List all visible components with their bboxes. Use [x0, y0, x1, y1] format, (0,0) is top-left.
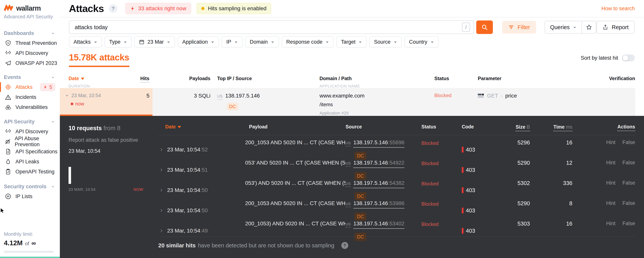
sidebar-item-api-discovery[interactable]: API Discovery: [0, 48, 60, 58]
request-row[interactable]: 23 Mar, 10:54:51 053' AND 5020 IN ... CT…: [158, 156, 635, 176]
hint-action[interactable]: Hint: [606, 220, 616, 226]
country-code[interactable]: US: [346, 182, 350, 187]
chip-ip[interactable]: IP: [222, 36, 242, 48]
section-security-controls[interactable]: Security controls: [0, 182, 60, 192]
chip-application[interactable]: Application: [178, 36, 219, 48]
attacks-right-now-badge[interactable]: 33 attacks right now: [125, 3, 191, 14]
attacks-count-tab[interactable]: 15.78K attacks: [69, 52, 129, 67]
attack-parameter[interactable]: price: [505, 93, 517, 99]
sidebar-item-incidents[interactable]: Incidents: [0, 92, 60, 102]
request-row[interactable]: 23 Mar, 10:54:50 200_1053 AND 5020 IN ..…: [158, 196, 635, 216]
sidebar-item-vulnerabilities[interactable]: Vulnerabilities: [0, 102, 60, 112]
report-false-positive-link[interactable]: Report attack as false positive: [68, 137, 158, 143]
false-action[interactable]: False: [622, 180, 635, 186]
report-button[interactable]: Report: [596, 21, 635, 34]
chevron-right-icon[interactable]: [160, 168, 163, 172]
country-code[interactable]: US: [346, 141, 350, 146]
request-ip[interactable]: 138.197.5.146:54922: [353, 160, 404, 168]
section-dashboards[interactable]: Dashboards: [0, 28, 60, 38]
country-code[interactable]: US: [346, 202, 350, 207]
queries-dropdown[interactable]: Queries: [545, 21, 582, 33]
attack-domain[interactable]: www.example.com: [320, 93, 428, 99]
country-code[interactable]: US: [217, 94, 222, 100]
sampling-enabled-badge: Hits sampling is enabled: [196, 3, 272, 14]
col-hits[interactable]: Hits: [140, 76, 150, 83]
sidebar-item-api-specifications[interactable]: API Specifications: [0, 146, 60, 156]
chevron-right-icon[interactable]: [160, 148, 163, 152]
request-row[interactable]: 23 Mar, 10:54:49 200_1053) AND 5020 IN .…: [158, 216, 635, 236]
hint-action[interactable]: Hint: [606, 160, 616, 166]
code-severity-bar: [462, 147, 464, 152]
request-ip[interactable]: 138.197.5.146:53986: [353, 200, 404, 208]
section-label: Security controls: [4, 184, 46, 190]
request-row[interactable]: 23 Mar, 10:54:50 053') AND 5020 IN ... C…: [158, 176, 635, 196]
sidebar-item-openapi-testing[interactable]: OpenAPI Testing: [0, 167, 60, 177]
sidebar-item-owasp-api-2023[interactable]: OWASP API 2023: [0, 58, 60, 68]
chip-source[interactable]: Source: [369, 36, 402, 48]
hint-action[interactable]: Hint: [606, 180, 616, 186]
false-action[interactable]: False: [622, 200, 635, 206]
sidebar-item-ip-lists[interactable]: IP IP Lists: [0, 192, 60, 202]
sidebar-item-label: API Discovery: [16, 50, 48, 56]
col-date[interactable]: Date: [68, 76, 84, 81]
datacenter-badge[interactable]: DC: [227, 103, 238, 110]
req-col-time[interactable]: Time ms: [554, 124, 572, 131]
sidebar-bottom-accent: [0, 257, 60, 258]
section-api-security[interactable]: API Security: [0, 117, 60, 126]
sidebar-item-attacks[interactable]: Attacks 5: [0, 82, 60, 92]
how-to-search-link[interactable]: How to search: [601, 6, 635, 12]
chevron-down-icon: [358, 40, 362, 44]
sidebar-item-label: API Specifications: [16, 149, 58, 155]
attack-row[interactable]: 23 Mar, 10:54 now 5 3 SQLi US 138.197.5.…: [60, 88, 644, 116]
chip-country[interactable]: Country: [404, 36, 438, 48]
sidebar-item-threat-prevention[interactable]: Threat Prevention: [0, 38, 60, 48]
false-action[interactable]: False: [622, 160, 635, 166]
request-ip[interactable]: 138.197.5.146:55696: [353, 140, 404, 148]
col-top-ip-source: Top IP / Source: [217, 76, 252, 81]
request-ip[interactable]: 138.197.5.146:53402: [353, 220, 404, 229]
chevron-right-icon[interactable]: [160, 208, 163, 212]
attack-ip[interactable]: 138.197.5.146: [225, 93, 260, 99]
req-col-actions[interactable]: Actions: [617, 124, 635, 131]
search-value: attacks today: [75, 24, 108, 30]
hint-action[interactable]: Hint: [606, 200, 616, 206]
section-label: API Security: [4, 119, 34, 125]
attack-date-cell[interactable]: 23 Mar, 10:54 now 5: [60, 88, 152, 116]
brand-logo[interactable]: wallarm: [0, 0, 60, 12]
question-icon[interactable]: ?: [341, 242, 348, 249]
request-row[interactable]: 23 Mar, 10:54:52 200_1053 AND 5020 IN ..…: [158, 135, 635, 156]
chip-attacks[interactable]: Attacks: [69, 36, 102, 48]
mouse-cursor: [0, 208, 6, 214]
req-col-date[interactable]: Date: [165, 124, 181, 130]
chevron-down-icon: [124, 40, 127, 44]
chip-date[interactable]: 23 Mar: [134, 36, 175, 48]
sidebar-item-api-abuse-prevention[interactable]: API Abuse Prevention: [0, 136, 60, 146]
help-icon[interactable]: ?: [109, 4, 117, 13]
chevron-right-icon[interactable]: [160, 188, 163, 192]
search-button[interactable]: [476, 20, 493, 34]
section-events[interactable]: Events: [0, 72, 60, 82]
sidebar-item-api-leaks[interactable]: API Leaks: [0, 156, 60, 167]
chip-type[interactable]: Type: [105, 36, 132, 48]
queries-group: Queries: [544, 21, 596, 34]
sidebar-nav: Dashboards Threat Prevention API Discove…: [0, 28, 60, 202]
chevron-right-icon[interactable]: [160, 229, 163, 233]
search-input[interactable]: attacks today /: [69, 20, 474, 34]
filter-button[interactable]: Filter: [502, 21, 536, 34]
country-code[interactable]: US: [346, 222, 350, 228]
attack-payloads[interactable]: 3 SQLi: [194, 93, 210, 99]
false-action[interactable]: False: [622, 220, 635, 226]
country-code[interactable]: US: [346, 161, 350, 167]
favorite-star-button[interactable]: [582, 21, 596, 33]
req-col-size[interactable]: Size B: [516, 124, 530, 131]
hint-action[interactable]: Hint: [606, 140, 616, 145]
chip-target[interactable]: Target: [336, 36, 366, 48]
request-ip[interactable]: 138.197.5.146:54382: [353, 180, 404, 188]
chip-domain[interactable]: Domain: [245, 36, 279, 48]
sort-toggle[interactable]: [622, 54, 635, 62]
export-icon: [602, 24, 608, 30]
false-action[interactable]: False: [622, 140, 635, 145]
chip-response-code[interactable]: Response code: [282, 36, 334, 48]
sidebar-item-api-discovery-2[interactable]: API Discovery: [0, 126, 60, 136]
attack-path[interactable]: /items: [320, 102, 428, 108]
